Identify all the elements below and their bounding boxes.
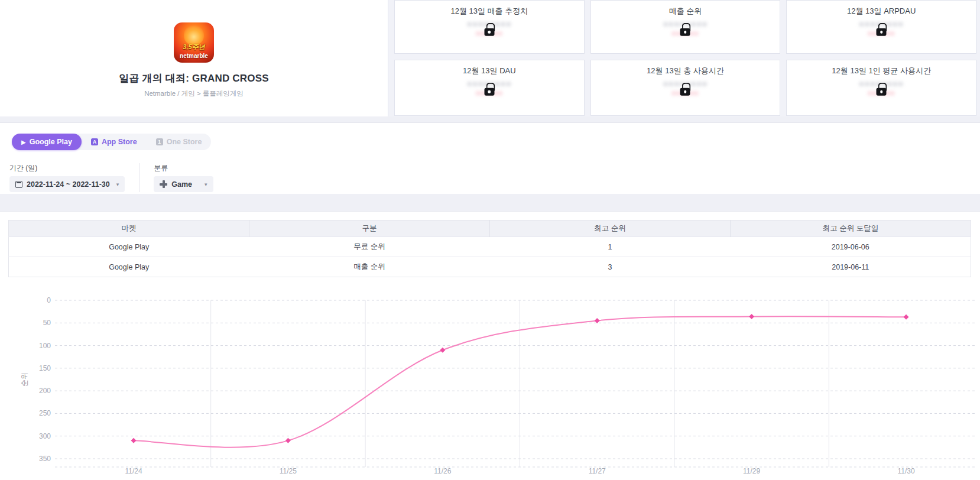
market-filter-section: ▶Google PlayAApp Store1One Store 기간 (일) … [0, 122, 980, 194]
period-dropdown[interactable]: 2022-11-24 ~ 2022-11-30 ▾ [9, 176, 125, 192]
data-point[interactable] [440, 348, 445, 353]
page-title: 일곱 개의 대죄: GRAND CROSS [0, 72, 388, 85]
table-column-header: 최고 순위 도달일 [731, 220, 971, 237]
rank-section: 마켓구분최고 순위최고 순위 도달일Google Play무료 순위12019-… [0, 211, 980, 480]
tab-one-store[interactable]: 1One Store [147, 134, 212, 150]
table-row: Google Play매출 순위32019-06-11 [9, 257, 971, 277]
table-cell: 3 [490, 257, 731, 277]
category-dropdown[interactable]: Game ▾ [154, 176, 213, 192]
data-point[interactable] [285, 438, 291, 443]
stat-card-masked-area: ●●●●●●●●●●●●●● [395, 18, 584, 38]
stat-card[interactable]: 12월 13일 DAU●●●●●●●●●●●●●● [394, 60, 585, 116]
lock-icon [484, 82, 494, 95]
x-tick-label: 11/24 [125, 467, 142, 475]
stat-card-masked-area: ●●●●●●●●●●●●●● [787, 78, 976, 98]
play-store-icon: ▶ [21, 139, 26, 145]
data-point[interactable] [904, 314, 909, 320]
stat-card[interactable]: 12월 13일 1인 평균 사용시간●●●●●●●●●●●●●● [786, 60, 976, 116]
stat-card-title: 12월 13일 ARPDAU [787, 6, 976, 17]
app-icon-brand-label: netmarble [174, 53, 214, 59]
tab-label: App Store [102, 138, 137, 146]
category-filter-group: 분류 Game ▾ [139, 163, 227, 192]
category-dropdown-value: Game [171, 180, 192, 189]
section-divider [0, 194, 980, 211]
chevron-down-icon: ▾ [116, 181, 119, 187]
stat-card[interactable]: 12월 13일 총 사용시간●●●●●●●●●●●●●● [590, 60, 781, 116]
tab-label: One Store [167, 138, 202, 146]
table-cell: 2019-06-11 [731, 257, 971, 277]
table-header-row: 마켓구분최고 순위최고 순위 도달일 [9, 220, 971, 237]
period-filter-label: 기간 (일) [9, 163, 125, 173]
best-rank-table: 마켓구분최고 순위최고 순위 도달일Google Play무료 순위12019-… [8, 220, 971, 277]
lock-icon [680, 82, 690, 95]
table-column-header: 구분 [249, 220, 490, 237]
one-store-icon: 1 [156, 138, 163, 145]
table-column-header: 마켓 [9, 220, 249, 237]
lock-icon [484, 22, 494, 35]
stat-card-masked-area: ●●●●●●●●●●●●●● [787, 18, 976, 38]
y-tick-label: 350 [39, 455, 51, 463]
lock-icon [877, 82, 887, 95]
table-cell: Google Play [9, 237, 249, 257]
app-icon[interactable]: 3,5주년 netmarble [174, 22, 214, 63]
stat-card-title: 12월 13일 1인 평균 사용시간 [787, 66, 976, 76]
app-summary-header: 3,5주년 netmarble 일곱 개의 대죄: GRAND CROSS Ne… [0, 0, 980, 116]
table-cell: 1 [490, 237, 731, 257]
calendar-icon [15, 181, 22, 188]
filters-row: 기간 (일) 2022-11-24 ~ 2022-11-30 ▾ 분류 Game… [9, 163, 980, 192]
y-tick-label: 50 [43, 319, 51, 327]
stat-card-title: 12월 13일 DAU [395, 66, 584, 76]
lock-icon [680, 22, 690, 35]
y-tick-label: 250 [39, 409, 51, 417]
chevron-down-icon: ▾ [205, 181, 207, 187]
x-tick-label: 11/27 [589, 467, 606, 475]
x-tick-label: 11/30 [897, 467, 914, 475]
x-tick-label: 11/29 [743, 467, 760, 475]
tab-app-store[interactable]: AApp Store [82, 134, 147, 150]
data-point[interactable] [749, 314, 754, 319]
market-tabbar: ▶Google PlayAApp Store1One Store [12, 134, 211, 150]
y-tick-label: 100 [39, 342, 51, 350]
period-dropdown-value: 2022-11-24 ~ 2022-11-30 [27, 180, 110, 189]
table-cell: 무료 순위 [249, 237, 490, 257]
table-cell: 2019-06-06 [731, 237, 971, 257]
section-divider [0, 116, 980, 122]
y-tick-label: 0 [47, 296, 51, 304]
app-store-icon: A [91, 138, 98, 145]
stat-card-title: 매출 순위 [591, 6, 780, 17]
category-filter-label: 분류 [154, 163, 213, 173]
app-icon-artwork [184, 25, 204, 45]
app-icon-anniversary-badge: 3,5주년 [174, 43, 214, 51]
tab-label: Google Play [30, 138, 72, 146]
stat-card-title: 12월 13일 총 사용시간 [591, 66, 780, 76]
stat-card-masked-area: ●●●●●●●●●●●●●● [395, 78, 584, 98]
stat-card-masked-area: ●●●●●●●●●●●●●● [591, 18, 780, 38]
gamepad-icon [160, 180, 167, 188]
table-cell: Google Play [9, 257, 249, 277]
stat-card-masked-area: ●●●●●●●●●●●●●● [591, 78, 780, 98]
y-axis-title: 순위 [20, 372, 28, 387]
stat-card[interactable]: 매출 순위●●●●●●●●●●●●●● [590, 0, 781, 54]
stat-card[interactable]: 12월 13일 매출 추정치●●●●●●●●●●●●●● [394, 0, 585, 54]
table-column-header: 최고 순위 [490, 220, 731, 237]
stat-card[interactable]: 12월 13일 ARPDAU●●●●●●●●●●●●●● [786, 0, 976, 54]
app-info-panel: 3,5주년 netmarble 일곱 개의 대죄: GRAND CROSS Ne… [0, 0, 388, 116]
table-row: Google Play무료 순위12019-06-06 [9, 237, 971, 257]
x-tick-label: 11/26 [434, 467, 451, 475]
stat-card-title: 12월 13일 매출 추정치 [395, 6, 584, 17]
y-tick-label: 300 [39, 432, 51, 440]
period-filter-group: 기간 (일) 2022-11-24 ~ 2022-11-30 ▾ [9, 163, 139, 192]
breadcrumb: Netmarble / 게임 > 롤플레잉게임 [0, 89, 388, 98]
y-tick-label: 150 [39, 364, 51, 372]
y-tick-label: 200 [39, 387, 51, 395]
tab-google-play[interactable]: ▶Google Play [12, 134, 82, 150]
data-point[interactable] [131, 438, 137, 443]
rank-line-chart[interactable]: 05010015020025030035011/2411/2511/2611/2… [0, 277, 980, 480]
table-cell: 매출 순위 [249, 257, 490, 277]
stat-card-grid: 12월 13일 매출 추정치●●●●●●●●●●●●●●매출 순위●●●●●●●… [388, 0, 980, 116]
data-point[interactable] [595, 318, 600, 323]
x-tick-label: 11/25 [280, 467, 297, 475]
lock-icon [877, 22, 887, 35]
rank-chart-wrap: 05010015020025030035011/2411/2511/2611/2… [0, 277, 980, 480]
